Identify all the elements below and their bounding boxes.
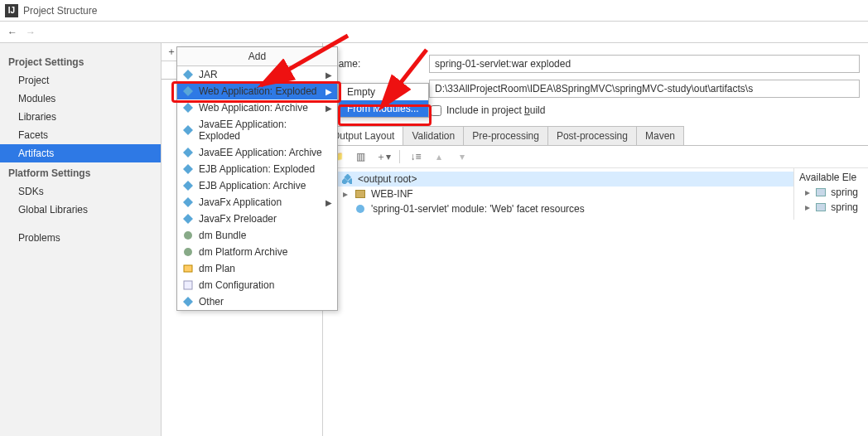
artifact-type-icon xyxy=(182,246,194,258)
artifact-tabs: Output LayoutValidationPre-processingPos… xyxy=(323,126,868,146)
menu-item-dm-bundle[interactable]: dm Bundle xyxy=(177,227,337,244)
menu-item-ejb-application-exploded[interactable]: EJB Application: Exploded xyxy=(177,161,337,177)
sidebar-item-facets[interactable]: Facets xyxy=(0,126,161,144)
folder-icon xyxy=(816,187,826,198)
menu-item-ejb-application-archive[interactable]: EJB Application: Archive xyxy=(177,177,337,194)
name-input[interactable] xyxy=(429,55,860,73)
tab-pre-processing[interactable]: Pre-processing xyxy=(463,126,548,145)
include-in-build-label: Include in project build xyxy=(446,104,545,116)
sidebar-item-modules[interactable]: Modules xyxy=(0,90,161,108)
svg-marker-9 xyxy=(183,164,193,174)
svg-marker-6 xyxy=(183,103,193,113)
menu-item-web-application-exploded[interactable]: Web Application: Exploded▶ xyxy=(177,83,337,99)
back-button[interactable]: ← xyxy=(5,25,20,40)
include-in-build-checkbox[interactable] xyxy=(431,105,441,116)
svg-rect-15 xyxy=(184,265,192,272)
svg-marker-12 xyxy=(183,214,193,224)
navbar: ← → xyxy=(0,22,868,43)
sort-button[interactable]: ↓≡ xyxy=(408,149,423,164)
submenu-arrow-icon: ▶ xyxy=(326,70,332,80)
menu-item-other[interactable]: Other xyxy=(177,293,337,310)
tree-root[interactable]: ▾ <output root> xyxy=(323,172,793,187)
sidebar-item-problems[interactable]: Problems xyxy=(0,229,161,247)
artifact-type-icon xyxy=(182,102,194,114)
add-artifact-button[interactable]: ＋ xyxy=(166,45,176,59)
menu-item-javaee-application-exploded[interactable]: JavaEE Application: Exploded xyxy=(177,116,337,144)
artifact-type-icon xyxy=(182,296,194,308)
folder-icon xyxy=(354,188,366,200)
add-copy-button[interactable]: ＋▾ xyxy=(376,149,391,164)
collapse-button[interactable]: ▾ xyxy=(455,149,470,164)
svg-marker-4 xyxy=(183,70,193,80)
svg-marker-5 xyxy=(183,86,193,96)
artifact-type-icon xyxy=(182,196,194,208)
folder-icon xyxy=(816,201,826,213)
tab-validation[interactable]: Validation xyxy=(403,126,464,145)
svg-marker-10 xyxy=(183,181,193,191)
sidebar-item-sdks[interactable]: SDKs xyxy=(0,182,161,201)
output-layout-tree: ▾ <output root> ▸ WEB-INF 'spring-01-ser… xyxy=(323,168,793,220)
svg-point-14 xyxy=(184,248,192,256)
sidebar-section-platform-settings: Platform Settings xyxy=(0,162,161,182)
submenu-item-from-modules-[interactable]: From Modules... xyxy=(339,100,428,117)
expander-icon[interactable]: ▸ xyxy=(804,201,811,213)
svg-point-3 xyxy=(356,205,364,213)
titlebar: IJ Project Structure xyxy=(0,0,868,22)
menu-item-javafx-preloader[interactable]: JavaFx Preloader xyxy=(177,211,337,227)
menu-item-dm-platform-archive[interactable]: dm Platform Archive xyxy=(177,244,337,260)
tree-webinf-label: WEB-INF xyxy=(371,188,413,200)
sidebar-item-artifacts[interactable]: Artifacts xyxy=(0,144,161,162)
artifact-type-icon xyxy=(182,213,194,225)
available-element[interactable]: ▸spring xyxy=(799,185,863,200)
menu-item-jar[interactable]: JAR▶ xyxy=(177,66,337,83)
available-element[interactable]: ▸spring xyxy=(799,200,863,215)
expander-icon[interactable]: ▸ xyxy=(341,188,350,200)
submenu-arrow-icon: ▶ xyxy=(326,87,332,96)
expand-button[interactable]: ▴ xyxy=(432,149,446,164)
menu-item-javaee-application-archive[interactable]: JavaEE Application: Archive xyxy=(177,144,337,161)
create-archive-button[interactable]: ▥ xyxy=(353,149,368,164)
available-elements-panel: Available Ele ▸spring▸spring xyxy=(793,168,868,220)
expander-icon[interactable]: ▸ xyxy=(804,187,811,198)
tree-row[interactable]: ▸ WEB-INF xyxy=(323,187,793,201)
menu-item-javafx-application[interactable]: JavaFx Application▶ xyxy=(177,194,337,211)
artifact-type-icon xyxy=(182,85,194,97)
app-icon: IJ xyxy=(5,4,18,17)
svg-point-13 xyxy=(184,231,192,240)
submenu-item-empty[interactable]: Empty xyxy=(339,84,428,100)
artifact-type-icon xyxy=(182,230,194,241)
menu-item-dm-plan[interactable]: dm Plan xyxy=(177,260,337,277)
svg-marker-7 xyxy=(183,125,193,135)
output-dir-input[interactable] xyxy=(429,80,860,98)
artifact-type-icon xyxy=(182,279,194,291)
name-label: Name: xyxy=(331,58,422,70)
forward-button[interactable]: → xyxy=(23,25,38,40)
sidebar-section-project-settings: Project Settings xyxy=(0,51,161,71)
sidebar-item-global-libraries[interactable]: Global Libraries xyxy=(0,201,161,219)
svg-marker-11 xyxy=(183,197,193,207)
svg-rect-16 xyxy=(184,281,192,289)
artifact-icon xyxy=(341,173,353,185)
add-artifact-submenu: EmptyFrom Modules... xyxy=(338,83,429,118)
svg-marker-8 xyxy=(183,148,193,157)
tree-row[interactable]: 'spring-01-servlet' module: 'Web' facet … xyxy=(323,201,793,216)
svg-marker-17 xyxy=(183,297,193,307)
tab-maven[interactable]: Maven xyxy=(636,126,684,145)
tree-facet-label: 'spring-01-servlet' module: 'Web' facet … xyxy=(371,203,585,215)
artifact-type-icon xyxy=(182,163,194,175)
output-layout-toolbar: 📁 ▥ ＋▾ ↓≡ ▴ ▾ xyxy=(323,146,868,168)
tab-post-processing[interactable]: Post-processing xyxy=(547,126,637,145)
web-facet-icon xyxy=(354,203,366,215)
submenu-arrow-icon: ▶ xyxy=(326,198,332,207)
tree-root-label: <output root> xyxy=(358,173,417,185)
add-artifact-menu: Add JAR▶Web Application: Exploded▶Web Ap… xyxy=(176,46,338,311)
artifact-type-icon xyxy=(182,263,194,274)
artifact-type-icon xyxy=(182,124,194,136)
sidebar-item-project[interactable]: Project xyxy=(0,71,161,90)
menu-item-web-application-archive[interactable]: Web Application: Archive▶ xyxy=(177,99,337,116)
submenu-arrow-icon: ▶ xyxy=(326,104,332,113)
menu-item-dm-configuration[interactable]: dm Configuration xyxy=(177,277,337,293)
artifact-type-icon xyxy=(182,69,194,80)
sidebar-item-libraries[interactable]: Libraries xyxy=(0,108,161,126)
window-title: Project Structure xyxy=(23,5,97,17)
